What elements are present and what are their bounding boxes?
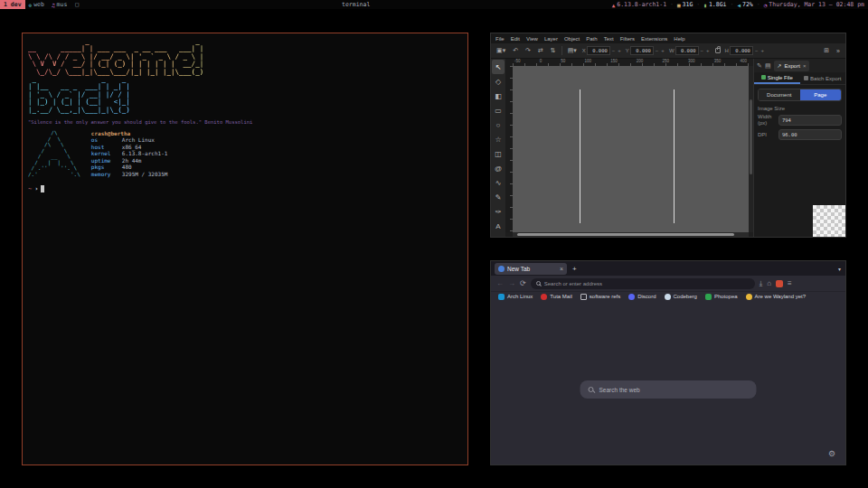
workspace-tag-dev[interactable]: 1 dev [0,0,25,9]
home-icon[interactable]: ⌂ [767,279,771,287]
tab-new-tab[interactable]: New Tab × [495,263,567,275]
flip-horizontal-icon[interactable]: ⇄ [536,47,545,54]
menu-layer[interactable]: Layer [544,36,558,42]
tool-spiral[interactable]: @ [492,161,505,175]
terminal-window[interactable]: _ _ __ _____| | ___ ___ _ __ ___ ___| | … [22,33,468,465]
downloads-icon[interactable]: ⤓ [760,279,763,288]
bookmark-arch-linux[interactable]: Arch Linux [498,294,533,300]
new-tab-button[interactable]: + [572,265,577,273]
disk-icon: ▦ [677,2,681,8]
url-bar[interactable]: Search or enter address [531,278,755,289]
menu-object[interactable]: Object [564,36,580,42]
horizontal-ruler[interactable]: -500 50100 150200 250300 350400 [513,59,749,66]
horizontal-scrollbar[interactable] [513,232,749,237]
y-input[interactable]: 0.000 [630,46,654,55]
list-all-tabs-icon[interactable]: ▾ [838,266,841,272]
tool-text[interactable]: A [492,219,505,233]
tool-selector[interactable]: ↖ [492,60,505,74]
fetch-row: kernel 6.13.8-arch1-1 [91,150,168,157]
shell-prompt[interactable]: ~ › [28,185,462,192]
workspace-tag-mus[interactable]: ♫ mus [48,0,71,9]
vertical-line-object[interactable] [674,89,675,223]
back-icon[interactable]: ← [496,279,504,287]
tool-node[interactable]: ◇ [492,74,505,89]
tab-batch-export[interactable]: Batch Export [800,72,846,84]
w-input[interactable]: 0.000 [675,46,699,55]
tool-pen[interactable]: ∿ [492,175,505,190]
prompt-symbol: › [34,185,38,192]
rotate-cw-icon[interactable]: ↷ [524,47,533,54]
bookmark-favicon [541,294,547,300]
menu-help[interactable]: Help [674,36,684,42]
menu-file[interactable]: File [495,36,505,42]
menu-path[interactable]: Path [586,36,597,42]
bookmark-discord[interactable]: Discord [628,294,656,300]
bookmark-tuta-mail[interactable]: Tuta Mail [541,294,571,300]
menu-filters[interactable]: Filters [620,36,635,42]
scrollbar-thumb[interactable] [750,99,752,174]
document-properties-icon[interactable]: ✎ [757,62,762,70]
fetch-label: memory [91,171,122,178]
layers-icon[interactable]: ▤ [765,62,771,70]
reload-icon[interactable]: ⟳ [520,279,526,287]
menu-edit[interactable]: Edit [511,36,520,42]
close-icon[interactable]: × [803,63,807,69]
status-clock: ◔ Thursday, Mar 13 — 02:48 pm [764,1,864,8]
bookmark-folder-software-refs[interactable]: software refs [580,294,620,300]
layout-symbol-icon[interactable]: □ [71,1,83,8]
scrollbar-thumb[interactable] [517,233,734,236]
ruler-corner [505,59,513,66]
fetch-value: 480 [122,164,132,171]
rotate-ccw-icon[interactable]: ↶ [511,47,520,54]
tool-rectangle[interactable]: ▭ [492,103,505,117]
h-input[interactable]: 0.000 [730,46,753,55]
menu-extensions[interactable]: Extensions [641,36,667,42]
gear-icon[interactable]: ⚙ [828,449,835,458]
h-plus-button[interactable]: + [760,48,765,53]
arch-icon: ▲ [612,2,616,8]
fetch-value: 6.13.8-arch1-1 [122,150,168,157]
bookmark-codeberg[interactable]: Codeberg [665,294,697,300]
h-minus-button[interactable]: − [754,48,760,53]
w-plus-button[interactable]: + [705,48,711,53]
w-minus-button[interactable]: − [700,48,705,53]
y-plus-button[interactable]: + [660,48,665,53]
vertical-ruler[interactable] [505,66,513,232]
workspace-tag-web[interactable]: ⊕ web [25,0,48,9]
flip-vertical-icon[interactable]: ⇅ [549,47,558,54]
vertical-line-object[interactable] [580,89,580,223]
tool-pencil[interactable]: ✎ [492,190,505,204]
tool-calligraphy[interactable]: ✑ [492,204,505,219]
tool-options-icon[interactable]: ▣▾ [495,47,507,54]
ublock-extension-icon[interactable] [776,280,783,287]
dpi-input[interactable]: 96.00 [778,129,842,140]
menu-view[interactable]: View [526,36,538,42]
export-dock-tab[interactable]: ↗ Export × [774,61,810,71]
drawing-canvas[interactable] [513,66,749,232]
toolbar-overflow-icon[interactable]: » [835,48,842,54]
tool-3dbox[interactable]: ◫ [492,146,505,161]
width-px-input[interactable]: 794 [778,115,842,126]
snap-controls-icon[interactable]: ⊞ [822,47,831,54]
align-dropdown-icon[interactable]: ▤▾ [566,47,579,54]
tool-star[interactable]: ☆ [492,132,505,146]
bookmark-favicon [705,294,712,300]
document-button[interactable]: Document [759,89,800,100]
x-minus-button[interactable]: − [611,48,617,53]
x-input[interactable]: 0.000 [587,46,610,55]
lock-ratio-icon[interactable] [715,48,721,53]
tool-ellipse[interactable]: ○ [492,117,505,132]
page-button[interactable]: Page [800,89,842,100]
tab-single-file[interactable]: Single File [754,72,800,84]
bookmark-are-we-wayland-yet[interactable]: Are we Wayland yet? [746,294,806,300]
bookmark-photopea[interactable]: Photopea [705,294,738,300]
menu-text[interactable]: Text [604,36,614,42]
menu-hamburger-icon[interactable]: ≡ [788,279,792,287]
x-plus-button[interactable]: + [617,48,622,53]
y-minus-button[interactable]: − [655,48,660,53]
tool-shape-builder[interactable]: ◧ [492,89,505,103]
forward-icon[interactable]: → [508,279,515,287]
newtab-search-box[interactable]: Search the web [580,380,757,399]
single-file-label: Single File [768,75,793,80]
tab-close-icon[interactable]: × [560,266,563,272]
